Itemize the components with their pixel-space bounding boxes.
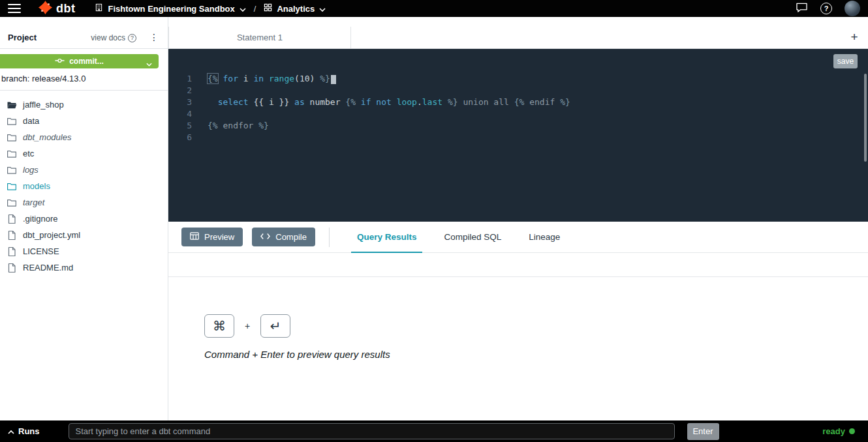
status-indicator: ready — [822, 426, 855, 436]
runs-label: Runs — [18, 426, 40, 436]
results-header-strip — [168, 253, 868, 277]
user-avatar[interactable] — [845, 1, 860, 16]
commit-icon — [55, 57, 65, 66]
plus-separator: + — [245, 321, 250, 331]
tree-item-label: models — [23, 181, 50, 191]
tab-compiled-sql[interactable]: Compiled SQL — [430, 222, 515, 253]
tree-item-label: logs — [23, 165, 39, 175]
code-text: {% endfor %} — [192, 120, 269, 132]
status-label: ready — [822, 426, 845, 436]
tree-item-dbt-modules[interactable]: dbt_modules — [0, 129, 168, 145]
tab-lineage[interactable]: Lineage — [515, 222, 574, 253]
hamburger-menu-icon[interactable] — [8, 4, 21, 13]
code-line: 6 — [168, 132, 868, 143]
code-text: select {{ i }} as number {% if not loop.… — [192, 96, 570, 108]
question-circle-icon: ? — [128, 34, 136, 42]
text-cursor — [331, 75, 336, 84]
view-docs-label: view docs — [91, 33, 125, 42]
save-button[interactable]: save — [833, 54, 858, 68]
runs-toggle[interactable]: Runs — [8, 426, 40, 436]
folder-icon — [7, 116, 17, 126]
table-grid-icon — [190, 232, 199, 242]
folder-icon — [7, 165, 17, 175]
line-number: 2 — [168, 85, 192, 96]
sidebar: Project view docs ? ⋮ commit... branch: … — [0, 17, 168, 420]
tree-item-data[interactable]: data — [0, 113, 168, 129]
tree-item-readme-md[interactable]: README.md — [0, 259, 168, 276]
editor-scrollbar[interactable] — [864, 74, 867, 162]
tree-item-label: target — [23, 198, 44, 207]
tree-item-label: dbt_project.yml — [23, 230, 80, 240]
commit-button-label: commit... — [69, 57, 104, 66]
code-editor[interactable]: save 1{% for i in range(10) %}23 select … — [168, 49, 868, 222]
code-lines: 1{% for i in range(10) %}23 select {{ i … — [168, 49, 868, 143]
chat-icon[interactable] — [796, 2, 808, 16]
toolbar-divider — [329, 228, 330, 247]
tree-item-dbt-project-yml[interactable]: dbt_project.yml — [0, 227, 168, 243]
tree-item-logs[interactable]: logs — [0, 162, 168, 178]
tab-label: Statement 1 — [237, 33, 283, 42]
tab-query-results[interactable]: Query Results — [343, 222, 431, 253]
sidebar-header: Project view docs ? ⋮ — [0, 17, 168, 49]
branch-label: branch: release/4.13.0 — [0, 74, 168, 83]
account-menu[interactable]: Fishtown Engineering Sandbox — [95, 3, 245, 14]
tree-item-label: dbt_modules — [23, 132, 71, 142]
project-menu[interactable]: Analytics — [264, 3, 326, 14]
file-icon — [7, 246, 17, 257]
top-bar-right: ? — [796, 1, 860, 16]
line-number: 6 — [168, 132, 192, 143]
tree-item-label: jaffle_shop — [23, 100, 64, 110]
file-tree: jaffle_shopdatadbt_modulesetclogsmodelst… — [0, 96, 168, 276]
dbt-flame-icon — [38, 0, 53, 18]
command-key-icon: ⌘ — [204, 314, 234, 338]
view-docs-link[interactable]: view docs ? — [91, 33, 136, 42]
building-icon — [95, 3, 103, 14]
sidebar-title: Project — [8, 33, 37, 42]
new-tab-button[interactable]: + — [846, 29, 863, 46]
account-menu-label: Fishtown Engineering Sandbox — [108, 4, 234, 14]
top-bar: dbt Fishtown Engineering Sandbox / Analy… — [0, 0, 868, 17]
file-icon — [7, 263, 17, 273]
folder-icon — [7, 132, 17, 143]
help-icon[interactable]: ? — [820, 3, 832, 14]
tree-item-target[interactable]: target — [0, 194, 168, 211]
code-text — [192, 132, 208, 143]
status-dot — [849, 428, 855, 434]
chevron-down-icon — [240, 4, 246, 14]
folder-icon — [7, 149, 17, 159]
code-line: 3 select {{ i }} as number {% if not loo… — [168, 96, 868, 108]
tree-item-license[interactable]: LICENSE — [0, 243, 168, 259]
project-menu-label: Analytics — [277, 4, 315, 14]
line-number: 3 — [168, 96, 192, 108]
code-text — [192, 85, 208, 96]
compile-button-label: Compile — [275, 232, 307, 242]
sidebar-divider — [0, 90, 168, 91]
compile-button[interactable]: Compile — [252, 228, 315, 246]
grid-icon — [264, 3, 272, 14]
tree-item-label: etc — [23, 149, 34, 158]
preview-button-label: Preview — [204, 232, 234, 242]
tree-item-etc[interactable]: etc — [0, 145, 168, 162]
preview-button[interactable]: Preview — [181, 228, 243, 246]
kebab-menu-icon[interactable]: ⋮ — [147, 32, 161, 42]
tree-item--gitignore[interactable]: .gitignore — [0, 211, 168, 227]
chevron-up-icon — [8, 426, 14, 436]
bottom-bar: Runs Enter ready — [0, 420, 868, 442]
chevron-down-icon — [146, 59, 152, 68]
tab-statement-1[interactable]: Statement 1 — [168, 27, 351, 48]
line-number: 1 — [168, 73, 192, 85]
tree-item-label: README.md — [23, 263, 73, 273]
results-toolbar: Preview Compile Query ResultsCompiled SQ… — [168, 222, 868, 253]
tree-item-models[interactable]: models — [0, 178, 168, 194]
command-input[interactable] — [69, 423, 675, 439]
line-number: 4 — [168, 108, 192, 120]
dbt-logo: dbt — [38, 0, 75, 18]
folder-icon — [7, 181, 17, 192]
file-icon — [7, 214, 17, 224]
commit-button[interactable]: commit... — [0, 54, 159, 68]
tree-item-jaffle-shop[interactable]: jaffle_shop — [0, 96, 168, 113]
tree-item-label: data — [23, 116, 39, 126]
line-number: 5 — [168, 120, 192, 132]
enter-button[interactable]: Enter — [687, 423, 719, 440]
enter-key-icon: ↵ — [260, 314, 290, 338]
